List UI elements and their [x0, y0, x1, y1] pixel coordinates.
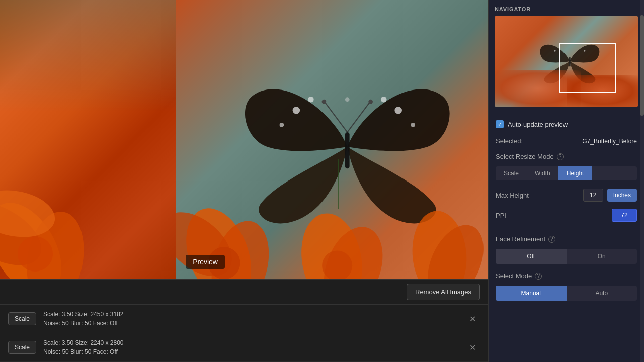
scale-badge-1[interactable]: Scale [8, 312, 36, 325]
face-refinement-row: Face Refinement ? [496, 235, 637, 243]
svg-point-10 [381, 96, 387, 102]
ppi-label: PPI [496, 212, 506, 219]
face-refinement-group: Off On [496, 249, 637, 264]
table-row: Scale Scale: 3.50 Size: 2450 x 3182 Nois… [0, 305, 488, 333]
scale-badge-2[interactable]: Scale [8, 341, 36, 354]
svg-point-4 [18, 236, 53, 272]
unit-group: Inches [607, 189, 637, 202]
select-mode-row: Select Mode ? [496, 272, 637, 280]
select-mode-help-icon[interactable]: ? [535, 273, 542, 280]
right-panel: NAVIGATOR [488, 0, 644, 362]
preview-label: Preview [186, 255, 225, 269]
max-height-input[interactable] [583, 189, 603, 202]
inches-button[interactable]: Inches [607, 189, 637, 202]
navigator-viewport-box [559, 43, 616, 93]
navigator-thumbnail [495, 16, 638, 107]
image-info-2: Scale: 3.50 Size: 2240 x 2800 Noise: 50 … [43, 338, 465, 356]
resize-mode-label: Select Resize Mode ? [496, 153, 564, 160]
image-list: Scale Scale: 3.50 Size: 2450 x 3182 Nois… [0, 304, 488, 362]
navigator-title: NAVIGATOR [495, 6, 638, 12]
svg-point-5 [293, 107, 300, 114]
processed-image: Preview [176, 0, 488, 279]
resize-scale-button[interactable]: Scale [496, 166, 527, 180]
selected-row: Selected: G7_Butterfly_Before [496, 137, 637, 145]
face-off-button[interactable]: Off [496, 249, 567, 264]
select-mode-label: Select Mode ? [496, 272, 542, 280]
original-image [0, 0, 176, 279]
face-on-button[interactable]: On [567, 249, 637, 264]
svg-point-9 [411, 123, 416, 127]
auto-update-checkbox[interactable]: ✓ [496, 120, 504, 128]
select-mode-group: Manual Auto [496, 286, 637, 301]
face-refinement-help-icon[interactable]: ? [548, 236, 555, 243]
manual-mode-button[interactable]: Manual [496, 286, 567, 301]
max-height-input-group: Inches [583, 189, 637, 202]
ppi-input[interactable] [612, 209, 637, 222]
svg-point-15 [322, 99, 327, 104]
remove-image-1-button[interactable]: ✕ [465, 312, 480, 326]
selected-label: Selected: [496, 137, 523, 145]
ppi-row: PPI [496, 209, 637, 222]
auto-mode-button[interactable]: Auto [567, 286, 637, 301]
resize-height-button[interactable]: Height [558, 166, 592, 180]
bottom-bar: Remove All Images [0, 279, 488, 304]
resize-width-button[interactable]: Width [527, 166, 558, 180]
max-height-label: Max Height [496, 192, 529, 199]
navigator-section: NAVIGATOR [489, 0, 644, 113]
auto-update-label: Auto-update preview [508, 121, 568, 128]
face-refinement-label: Face Refinement ? [496, 235, 555, 243]
scrollbar-thumb[interactable] [640, 15, 644, 116]
svg-point-26 [554, 50, 556, 51]
svg-point-16 [369, 99, 373, 104]
auto-update-row: ✓ Auto-update preview [496, 120, 637, 128]
remove-image-2-button[interactable]: ✕ [465, 341, 480, 354]
remove-all-button[interactable]: Remove All Images [407, 284, 480, 300]
max-height-row: Max Height Inches [496, 189, 637, 202]
selected-value: G7_Butterfly_Before [582, 138, 637, 145]
svg-point-11 [345, 97, 350, 102]
divider-1 [496, 229, 637, 229]
svg-point-8 [395, 107, 402, 114]
table-row: Scale Scale: 3.50 Size: 2240 x 2800 Nois… [0, 333, 488, 362]
resize-mode-group: Scale Width Height [496, 166, 637, 180]
resize-mode-row: Select Resize Mode ? [496, 153, 637, 160]
svg-point-6 [280, 123, 284, 127]
svg-point-7 [308, 96, 314, 102]
image-info-1: Scale: 3.50 Size: 2450 x 3182 Noise: 50 … [43, 310, 465, 328]
controls-section: ✓ Auto-update preview Selected: G7_Butte… [489, 113, 644, 362]
scrollbar[interactable] [640, 0, 644, 362]
resize-mode-help-icon[interactable]: ? [557, 153, 564, 160]
